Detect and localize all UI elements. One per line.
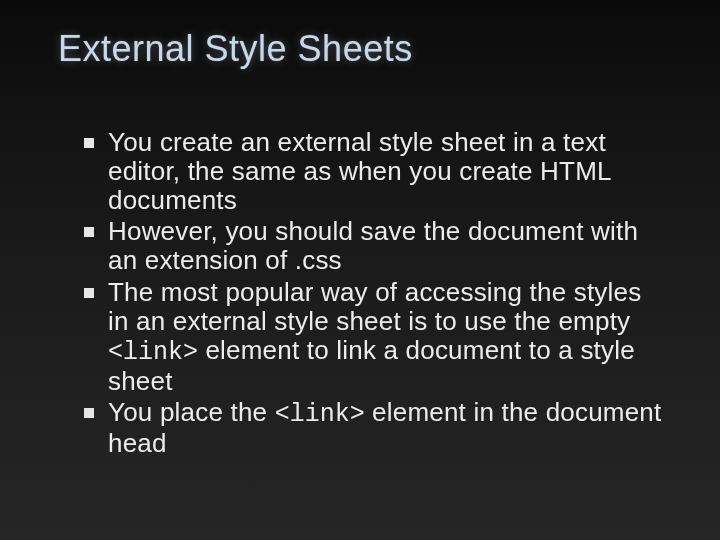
bullet-list: You create an external style sheet in a …	[56, 128, 664, 458]
bullet-text: However, you should save the document wi…	[108, 216, 638, 275]
slide-title: External Style Sheets	[58, 28, 664, 70]
list-item: The most popular way of accessing the st…	[84, 278, 664, 396]
bullet-text: You place the	[108, 397, 275, 427]
code-snippet: <link>	[108, 338, 198, 367]
slide: External Style Sheets You create an exte…	[0, 0, 720, 540]
bullet-text: You create an external style sheet in a …	[108, 127, 611, 215]
bullet-text: The most popular way of accessing the st…	[108, 277, 641, 336]
list-item: However, you should save the document wi…	[84, 217, 664, 275]
code-snippet: <link>	[275, 400, 365, 429]
list-item: You place the <link> element in the docu…	[84, 398, 664, 458]
list-item: You create an external style sheet in a …	[84, 128, 664, 215]
